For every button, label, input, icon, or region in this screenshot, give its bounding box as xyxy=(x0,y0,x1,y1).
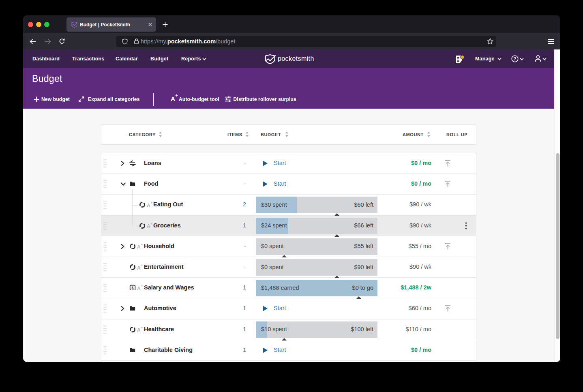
svg-text:?: ? xyxy=(514,56,516,61)
svg-text:$: $ xyxy=(132,286,134,290)
